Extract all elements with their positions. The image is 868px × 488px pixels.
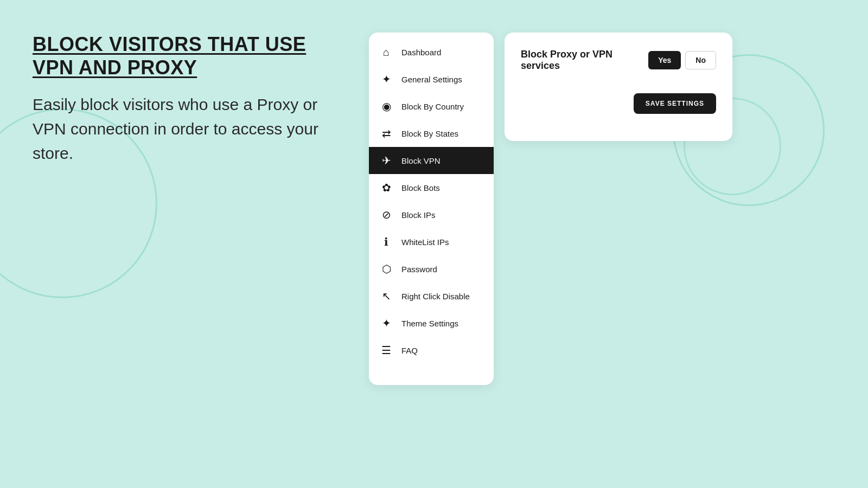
page-description: Easily block visitors who use a Proxy or… <box>33 92 347 165</box>
sidebar-item-label-whitelist-ips: WhiteList IPs <box>401 237 449 247</box>
sidebar-item-label-block-states: Block By States <box>401 129 458 138</box>
block-country-icon: ◉ <box>380 100 393 113</box>
save-settings-button[interactable]: SAVE SETTINGS <box>634 93 716 114</box>
sidebar-item-label-general-settings: General Settings <box>401 75 462 84</box>
sidebar-item-label-right-click-disable: Right Click Disable <box>401 292 470 301</box>
general-settings-icon: ✦ <box>380 73 393 86</box>
block-vpn-icon: ✈ <box>380 154 393 167</box>
sidebar-item-label-block-vpn: Block VPN <box>401 156 441 165</box>
yes-button[interactable]: Yes <box>648 51 681 69</box>
sidebar-item-block-states[interactable]: ⇄Block By States <box>369 120 494 147</box>
block-bots-icon: ✿ <box>380 181 393 194</box>
save-settings-row: SAVE SETTINGS <box>521 93 716 114</box>
faq-icon: ☰ <box>380 344 393 357</box>
sidebar-item-faq[interactable]: ☰FAQ <box>369 337 494 364</box>
sidebar-item-label-block-bots: Block Bots <box>401 183 440 192</box>
password-icon: ⬡ <box>380 262 393 275</box>
sidebar-item-label-dashboard: Dashboard <box>401 48 441 57</box>
dashboard-icon: ⌂ <box>380 46 393 59</box>
sidebar-item-whitelist-ips[interactable]: ℹWhiteList IPs <box>369 228 494 255</box>
sidebar-item-label-password: Password <box>401 265 437 274</box>
right-click-disable-icon: ↖ <box>380 290 393 303</box>
yes-no-btn-group: Yes No <box>648 51 716 69</box>
block-ips-icon: ⊘ <box>380 208 393 221</box>
sidebar-item-block-vpn[interactable]: ✈Block VPN <box>369 147 494 174</box>
sidebar-item-theme-settings[interactable]: ✦Theme Settings <box>369 310 494 337</box>
left-section: BLOCK VISITORS THAT USE VPN AND PROXY Ea… <box>33 27 347 165</box>
panel-label: Block Proxy or VPN services <box>521 49 648 72</box>
theme-settings-icon: ✦ <box>380 317 393 330</box>
sidebar-item-block-bots[interactable]: ✿Block Bots <box>369 174 494 201</box>
sidebar-item-block-country[interactable]: ◉Block By Country <box>369 93 494 120</box>
no-button[interactable]: No <box>685 51 716 69</box>
sidebar-item-label-block-ips: Block IPs <box>401 210 436 220</box>
content-panel: Block Proxy or VPN services Yes No SAVE … <box>505 33 732 141</box>
sidebar-item-dashboard[interactable]: ⌂Dashboard <box>369 39 494 66</box>
main-content: BLOCK VISITORS THAT USE VPN AND PROXY Ea… <box>0 0 868 412</box>
page-title: BLOCK VISITORS THAT USE VPN AND PROXY <box>33 33 347 79</box>
sidebar-item-right-click-disable[interactable]: ↖Right Click Disable <box>369 282 494 310</box>
sidebar-item-label-faq: FAQ <box>401 346 418 355</box>
sidebar-item-password[interactable]: ⬡Password <box>369 255 494 282</box>
right-section: ⌂Dashboard✦General Settings◉Block By Cou… <box>369 33 732 385</box>
block-states-icon: ⇄ <box>380 127 393 140</box>
whitelist-ips-icon: ℹ <box>380 235 393 248</box>
sidebar-item-block-ips[interactable]: ⊘Block IPs <box>369 201 494 228</box>
sidebar-item-general-settings[interactable]: ✦General Settings <box>369 66 494 93</box>
panel-row: Block Proxy or VPN services Yes No <box>521 49 716 72</box>
sidebar-item-label-theme-settings: Theme Settings <box>401 319 458 328</box>
sidebar: ⌂Dashboard✦General Settings◉Block By Cou… <box>369 33 494 385</box>
sidebar-item-label-block-country: Block By Country <box>401 102 464 111</box>
